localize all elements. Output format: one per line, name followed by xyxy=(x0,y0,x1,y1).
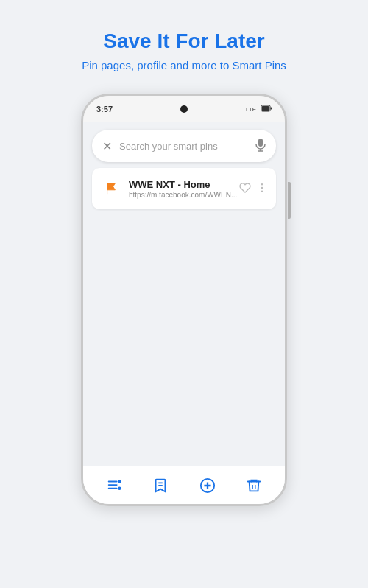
status-bar: 3:57 LTE xyxy=(83,96,285,122)
battery-icon xyxy=(261,105,272,113)
pin-url: https://m.facebook.com/WWEN... xyxy=(129,191,239,199)
phone-screen: ✕ Search your smart pins xyxy=(83,122,285,504)
svg-text:LTE: LTE xyxy=(246,106,256,113)
phone-wrapper: 3:57 LTE xyxy=(81,94,287,506)
mic-icon[interactable] xyxy=(255,139,266,154)
svg-point-13 xyxy=(118,480,121,483)
heart-icon[interactable] xyxy=(239,182,251,196)
status-icons: LTE xyxy=(246,104,272,114)
empty-area xyxy=(83,215,285,466)
main-title: Save It For Later xyxy=(82,29,286,53)
svg-rect-10 xyxy=(108,480,118,482)
pin-flag-icon xyxy=(101,178,121,199)
svg-point-7 xyxy=(261,183,263,185)
power-button[interactable] xyxy=(288,182,291,219)
svg-point-14 xyxy=(118,486,121,490)
bottom-bar xyxy=(83,466,285,504)
svg-rect-12 xyxy=(108,487,118,489)
delete-icon[interactable] xyxy=(246,477,262,494)
search-placeholder: Search your smart pins xyxy=(119,141,255,152)
svg-rect-3 xyxy=(262,106,269,111)
pin-title: WWE NXT - Home xyxy=(129,179,239,190)
add-icon[interactable] xyxy=(199,477,216,494)
pin-info: WWE NXT - Home https://m.facebook.com/WW… xyxy=(129,179,239,199)
header-section: Save It For Later Pin pages, profile and… xyxy=(60,0,308,86)
camera-notch xyxy=(180,105,188,113)
status-time: 3:57 xyxy=(96,105,113,113)
subtitle: Pin pages, profile and more to Smart Pin… xyxy=(82,59,286,71)
pin-item[interactable]: WWE NXT - Home https://m.facebook.com/WW… xyxy=(92,168,276,209)
signal-icon: LTE xyxy=(246,104,259,114)
svg-rect-2 xyxy=(271,108,272,110)
close-icon[interactable]: ✕ xyxy=(102,139,112,153)
search-bar[interactable]: ✕ Search your smart pins xyxy=(92,130,276,162)
bookmark-icon[interactable] xyxy=(152,477,169,494)
more-icon[interactable] xyxy=(257,182,267,196)
pin-actions xyxy=(239,182,267,196)
svg-point-9 xyxy=(261,190,263,192)
svg-rect-11 xyxy=(108,484,118,486)
phone-frame: 3:57 LTE xyxy=(81,94,287,506)
list-icon[interactable] xyxy=(106,477,122,494)
svg-point-8 xyxy=(261,186,263,188)
svg-rect-4 xyxy=(258,139,263,147)
